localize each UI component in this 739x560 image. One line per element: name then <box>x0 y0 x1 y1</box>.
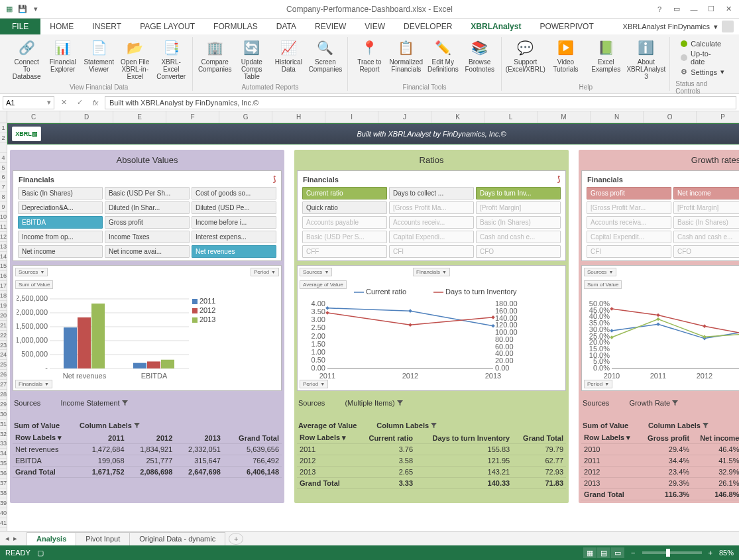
pivot-col-header[interactable]: Row Labels ▾ <box>13 432 79 444</box>
slicer-item[interactable]: Basic (In Shares) <box>476 216 561 229</box>
row-header[interactable]: 13 <box>0 242 7 252</box>
accept-formula-icon[interactable]: ✓ <box>73 96 86 109</box>
row-header[interactable]: 36 <box>0 469 7 478</box>
tab-nav-next-icon[interactable]: ▸ <box>13 534 17 543</box>
slicer-item[interactable]: Income Taxes <box>105 231 190 243</box>
calculate-button[interactable]: Calculate <box>681 40 724 48</box>
slicer-item[interactable]: Interest expens... <box>192 231 276 243</box>
uptodate-button[interactable]: Up-to-date <box>681 50 724 66</box>
slicer-item[interactable]: Cash and cash e... <box>673 231 739 243</box>
ribbon-options-icon[interactable]: ▭ <box>669 3 685 16</box>
row-header[interactable]: 39 <box>0 498 7 508</box>
col-header[interactable]: J <box>378 111 431 123</box>
slicer-item[interactable]: Cash and cash e... <box>476 231 561 243</box>
row-header[interactable]: 7 <box>0 182 7 192</box>
zoom-slider[interactable] <box>642 551 702 554</box>
row-header[interactable]: 33 <box>0 439 7 449</box>
ribbon-trace-to-report[interactable]: 📍Trace to Report <box>352 37 387 82</box>
menu-tab-xbrlanalyst[interactable]: XBRLAnalyst <box>461 19 530 34</box>
row-header[interactable]: 2 <box>0 133 7 143</box>
row-header[interactable]: 32 <box>0 429 7 439</box>
fx-icon[interactable]: fx <box>89 96 102 109</box>
name-box[interactable]: A1▾ <box>3 96 54 109</box>
zoom-in-icon[interactable]: + <box>709 549 712 557</box>
new-sheet-button[interactable]: + <box>229 533 243 545</box>
row-header[interactable]: 4 <box>0 153 7 163</box>
pivot-col-header[interactable]: Row Labels ▾ <box>297 432 358 444</box>
menu-tab-view[interactable]: VIEW <box>355 19 394 34</box>
slicer-item[interactable]: Accounts receiv... <box>389 216 474 229</box>
chart[interactable]: Sources▼Financials▼Average of ValuePerio… <box>297 265 566 391</box>
slicer-item[interactable]: Net income <box>673 187 739 199</box>
page-break-icon[interactable]: ▭ <box>611 547 624 558</box>
sources-filter[interactable]: Sources▼ <box>15 268 48 276</box>
slicer-item[interactable]: [Gross Profit Mar... <box>587 201 671 214</box>
slicer-item[interactable]: CFF <box>302 245 387 258</box>
slicer-item[interactable]: Gross profit <box>587 187 671 199</box>
col-header[interactable]: I <box>325 111 378 123</box>
menu-tab-home[interactable]: HOME <box>40 19 83 34</box>
row-header[interactable]: 19 <box>0 301 7 311</box>
col-header[interactable]: O <box>644 111 697 123</box>
pivot-col-header[interactable]: Row Labels ▾ <box>581 432 640 444</box>
col-header[interactable]: E <box>113 111 166 123</box>
ribbon-excel-examples[interactable]: 📗Excel Examples <box>587 37 626 82</box>
menu-tab-powerpivot[interactable]: POWERPIVOT <box>530 19 602 34</box>
row-header[interactable]: 29 <box>0 400 7 410</box>
grid-body[interactable]: XBRL▧ Built with XBRLAnalyst by FinDynam… <box>7 123 739 531</box>
pivot-col-labels[interactable]: Column Labels <box>648 421 709 429</box>
qat-dropdown-icon[interactable]: ▾ <box>30 4 41 15</box>
row-header[interactable]: 30 <box>0 410 7 420</box>
sheet-tab[interactable]: Original Data - dynamic <box>129 532 225 545</box>
slicer-item[interactable]: CFO <box>476 245 561 258</box>
slicer-item[interactable]: Diluted (In Shar... <box>105 201 190 214</box>
row-header[interactable]: 27 <box>0 380 7 390</box>
avatar[interactable] <box>722 21 734 32</box>
user-dropdown-icon[interactable]: ▾ <box>714 23 718 31</box>
row-header[interactable]: 17 <box>0 281 7 291</box>
ribbon-xbrl-excel-converter[interactable]: 📑XBRL-Excel Converter <box>154 37 188 82</box>
slicer-item[interactable]: Gross profit <box>105 216 190 229</box>
row-header[interactable]: 26 <box>0 370 7 380</box>
col-header[interactable]: C <box>7 111 60 123</box>
slicer-item[interactable]: Days to collect ... <box>389 187 474 199</box>
macro-record-icon[interactable]: ▢ <box>37 549 44 557</box>
slicer-item[interactable]: [Profit Margin] <box>673 201 739 214</box>
slicer-item[interactable]: CFO <box>673 245 739 258</box>
col-header[interactable]: D <box>60 111 113 123</box>
ribbon-edit-my-definitions[interactable]: ✏️Edit My Definitions <box>426 37 461 82</box>
slicer-item[interactable]: Basic (In Shares) <box>18 187 103 199</box>
slicer-item[interactable]: [Gross Profit Ma... <box>389 201 474 214</box>
row-header[interactable]: 40 <box>0 508 7 518</box>
col-header[interactable]: M <box>538 111 591 123</box>
slicer-item[interactable]: Accounts payable <box>302 216 387 229</box>
col-header[interactable]: K <box>431 111 484 123</box>
col-header[interactable]: N <box>591 111 644 123</box>
pivot-filter-value[interactable]: Income Statement <box>60 399 127 407</box>
row-header[interactable]: 9 <box>0 202 7 212</box>
row-header[interactable]: 12 <box>0 232 7 242</box>
row-header[interactable]: 20 <box>0 311 7 321</box>
slicer-item[interactable]: Capital Expendit... <box>587 231 671 243</box>
slicer-item[interactable]: Capital Expendi... <box>389 231 474 243</box>
row-header[interactable]: 10 <box>0 212 7 222</box>
row-header[interactable]: 6 <box>0 172 7 182</box>
ribbon-about-xbrlanalyst-[interactable]: ℹ️About XBRLAnalyst 3 <box>627 37 666 82</box>
row-header[interactable]: 34 <box>0 449 7 459</box>
row-header[interactable]: 22 <box>0 331 7 341</box>
col-header[interactable]: F <box>166 111 219 123</box>
menu-tab-formulas[interactable]: FORMULAS <box>204 19 267 34</box>
row-header[interactable]: 15 <box>0 261 7 271</box>
slicer-item[interactable]: Net income <box>18 245 103 258</box>
row-header[interactable]: 28 <box>0 390 7 400</box>
user-account[interactable]: XBRLAnalyst FinDynamics ▾ <box>623 19 739 34</box>
minimize-icon[interactable]: — <box>686 3 702 16</box>
slicer-item[interactable]: Income from op... <box>18 231 103 243</box>
slicer-item[interactable]: Days to turn Inv... <box>476 187 561 199</box>
sheet-tab[interactable]: Analysis <box>27 532 76 545</box>
row-header[interactable]: 25 <box>0 360 7 370</box>
row-header[interactable]: 8 <box>0 192 7 202</box>
clear-filter-icon[interactable]: ⟆ <box>273 175 276 184</box>
row-header[interactable]: 35 <box>0 459 7 469</box>
row-header[interactable]: 23 <box>0 341 7 351</box>
